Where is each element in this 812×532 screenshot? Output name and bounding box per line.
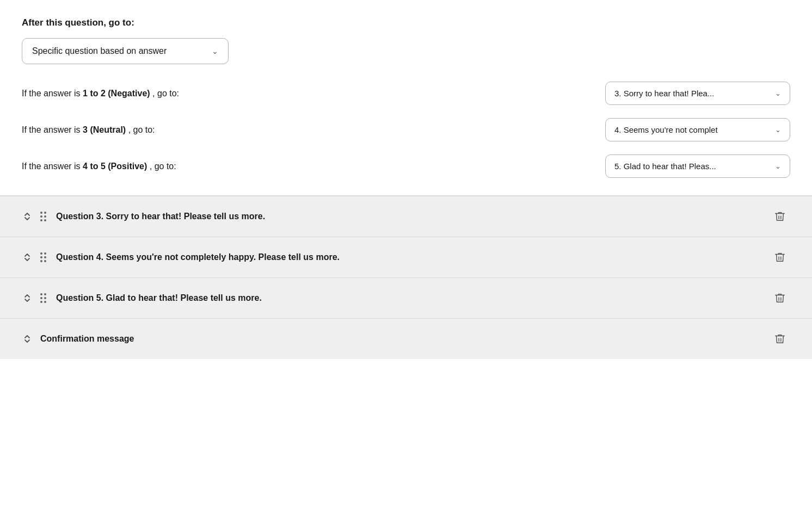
chevron-down-icon: ⌄ [775,162,781,170]
trash-icon [774,333,786,345]
drag-dot [40,219,42,221]
rule-prefix-positive: If the answer is [22,162,83,171]
main-routing-dropdown-value: Specific question based on answer [32,46,167,56]
sort-arrows-q4[interactable] [22,252,33,263]
rule-bold-negative: 1 to 2 (Negative) [83,89,150,98]
drag-dot [40,301,42,303]
rule-prefix-negative: If the answer is [22,89,83,98]
question-title-confirmation: Confirmation message [40,334,770,344]
after-question-label: After this question, go to: [22,17,790,28]
sort-icon [22,293,33,304]
question-item-5: Question 5. Glad to hear that! Please te… [0,278,812,319]
question-item-confirmation: Confirmation message [0,319,812,359]
rule-prefix-neutral: If the answer is [22,125,83,134]
rule-row-positive: If the answer is 4 to 5 (Positive) , go … [22,154,790,178]
rule-dropdown-negative[interactable]: 3. Sorry to hear that! Plea... ⌄ [605,82,790,105]
rule-dropdown-positive-value: 5. Glad to hear that! Pleas... [614,162,716,171]
rule-row-neutral: If the answer is 3 (Neutral) , go to: 4.… [22,118,790,141]
rule-bold-neutral: 3 (Neutral) [83,125,126,134]
delete-button-confirmation[interactable] [770,331,790,347]
drag-handle-q5[interactable] [40,293,46,303]
drag-dot [40,260,42,262]
sort-icon [22,211,33,222]
rule-row-negative: If the answer is 1 to 2 (Negative) , go … [22,82,790,105]
chevron-down-icon: ⌄ [775,89,781,97]
sort-icon [22,252,33,263]
delete-button-q4[interactable] [770,249,790,265]
questions-list: Question 3. Sorry to hear that! Please t… [0,196,812,359]
delete-button-q5[interactable] [770,290,790,306]
sort-icon [22,333,33,344]
question-title-4: Question 4. Seems you're not completely … [56,252,770,262]
trash-icon [774,251,786,263]
drag-dot [44,256,46,258]
rule-bold-positive: 4 to 5 (Positive) [83,162,147,171]
trash-icon [774,292,786,304]
main-routing-dropdown[interactable]: Specific question based on answer ⌄ [22,38,229,64]
rule-dropdown-neutral[interactable]: 4. Seems you're not complet ⌄ [605,118,790,141]
rule-dropdown-positive[interactable]: 5. Glad to hear that! Pleas... ⌄ [605,154,790,178]
rule-dropdown-neutral-value: 4. Seems you're not complet [614,125,718,134]
question-title-3: Question 3. Sorry to hear that! Please t… [56,212,770,221]
delete-button-q3[interactable] [770,208,790,225]
drag-dot [40,293,42,295]
drag-dot [40,212,42,214]
rule-suffix-neutral: , go to: [128,125,155,134]
sort-arrows-confirmation[interactable] [22,333,33,344]
rule-suffix-positive: , go to: [150,162,176,171]
drag-dot [40,297,42,299]
drag-dot [44,219,46,221]
drag-dot [44,293,46,295]
drag-dot [44,212,46,214]
sort-arrows-q3[interactable] [22,211,33,222]
question-item-4: Question 4. Seems you're not completely … [0,237,812,278]
top-section: After this question, go to: Specific que… [0,0,812,196]
drag-handle-q4[interactable] [40,252,46,262]
drag-dot [44,252,46,255]
drag-dot [44,301,46,303]
drag-dot [40,215,42,218]
drag-handle-q3[interactable] [40,212,46,221]
drag-dot [44,260,46,262]
drag-dot [40,252,42,255]
rule-suffix-negative: , go to: [152,89,179,98]
page-container: After this question, go to: Specific que… [0,0,812,532]
drag-dot [40,256,42,258]
conditional-rules: If the answer is 1 to 2 (Negative) , go … [22,82,790,178]
sort-arrows-q5[interactable] [22,293,33,304]
rule-label-negative: If the answer is 1 to 2 (Negative) , go … [22,89,179,98]
question-item-3: Question 3. Sorry to hear that! Please t… [0,196,812,237]
rule-label-positive: If the answer is 4 to 5 (Positive) , go … [22,162,176,171]
rule-label-neutral: If the answer is 3 (Neutral) , go to: [22,125,155,135]
drag-dot [44,215,46,218]
rule-dropdown-negative-value: 3. Sorry to hear that! Plea... [614,89,714,98]
chevron-down-icon: ⌄ [212,47,218,55]
trash-icon [774,211,786,222]
chevron-down-icon: ⌄ [775,126,781,134]
question-title-5: Question 5. Glad to hear that! Please te… [56,293,770,303]
drag-dot [44,297,46,299]
